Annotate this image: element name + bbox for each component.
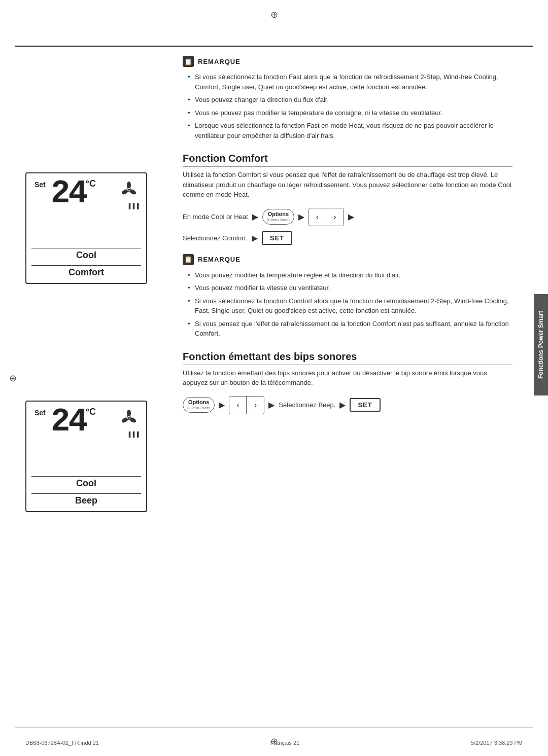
list-item: Lorsque vous sélectionnez la fonction Fa… [187, 121, 512, 140]
arrow-right-icon-3: ▶ [348, 212, 354, 222]
instruction-comfort-row-1: En mode Cool or Heat ▶ Options (Clean 3s… [183, 208, 512, 226]
note-title-2: REMARQUE [198, 256, 241, 263]
note-header-1: 📋 REMARQUE [183, 56, 512, 67]
device-beep-set-label: Set [35, 409, 46, 417]
instruction-beep-text: Sélectionnez Beep. [279, 401, 335, 409]
device-comfort-separator2 [31, 265, 141, 266]
list-item: Vous pouvez changer la direction du flux… [187, 95, 512, 105]
main-content: Set 24 °C [25, 56, 523, 726]
section-beep-heading: Fonction émettant des bips sonores [183, 351, 512, 365]
section-comfort-heading: Fonction Comfort [183, 153, 512, 167]
section-comfort: Fonction Comfort Utilisez la fonction Co… [183, 153, 512, 245]
instruction-comfort-text-2: Sélectionnez Comfort. [183, 234, 248, 242]
nav-left-button-beep[interactable]: ‹ [229, 397, 247, 414]
footer-right: 5/2/2017 3:38:29 PM [471, 740, 523, 746]
instruction-comfort-row-2: Sélectionnez Comfort. ▶ SET [183, 231, 512, 245]
side-tab-label: Fonctions Power Smart [537, 311, 544, 379]
device-comfort-box: Set 24 °C [25, 172, 147, 284]
device-beep-temp-number: 24 [51, 406, 86, 438]
list-item: Si vous pensez que l'effet de rafraîchis… [187, 319, 512, 339]
device-beep-function-label: Beep [26, 495, 146, 506]
device-beep-separator2 [31, 493, 141, 494]
arrow-right-icon-beep-2: ▶ [268, 400, 275, 410]
instruction-beep-row: Options (Clean 3sec) ▶ ‹ › ▶ Sélectionne… [183, 396, 512, 414]
section-comfort-intro: Utilisez la fonction Comfort si vous pen… [183, 170, 512, 200]
nav-left-button-comfort[interactable]: ‹ [309, 208, 326, 226]
list-item: Vous pouvez modifier la température régl… [187, 270, 512, 280]
options-button-beep[interactable]: Options (Clean 3sec) [183, 397, 215, 413]
svg-point-11 [128, 417, 130, 419]
device-beep-separator [31, 476, 141, 477]
device-beep-fan-icon [120, 409, 138, 430]
set-button-beep[interactable]: SET [350, 398, 380, 412]
device-comfort-separator [31, 248, 141, 249]
instruction-comfort-text-1: En mode Cool or Heat [183, 213, 248, 221]
arrow-right-icon-beep-3: ▶ [339, 400, 346, 410]
device-comfort-function-label: Comfort [26, 267, 146, 278]
nav-button-group-beep: ‹ › [229, 396, 264, 414]
device-comfort-mode-label: Cool [26, 250, 146, 261]
svg-point-5 [128, 189, 130, 191]
nav-button-group-comfort: ‹ › [309, 208, 344, 226]
page: ⊕ ⊕ Fonctions Power Smart Set 24 °C [0, 0, 548, 756]
arrow-right-icon-beep-1: ▶ [219, 400, 225, 410]
device-comfort-fan-icon [120, 181, 138, 202]
device-beep-temp-unit: °C [86, 407, 96, 417]
note-block-1: 📋 REMARQUE Si vous sélectionnez la fonct… [183, 56, 512, 140]
left-column: Set 24 °C [25, 56, 167, 726]
reg-mark-bottom: ⊕ [270, 736, 278, 747]
device-beep-mode-label: Cool [26, 478, 146, 489]
section-beep: Fonction émettant des bips sonores Utili… [183, 351, 512, 414]
list-item: Vous ne pouvez pas modifier la températu… [187, 108, 512, 118]
device-beep-bar-icon: ▌▌▌ [129, 430, 141, 438]
reg-mark-left: ⊕ [9, 373, 17, 384]
set-button-comfort[interactable]: SET [262, 231, 292, 245]
device-comfort-temp-number: 24 [51, 177, 86, 210]
note-list-2: Vous pouvez modifier la température régl… [183, 270, 512, 339]
right-column: 📋 REMARQUE Si vous sélectionnez la fonct… [167, 56, 523, 726]
options-button-comfort[interactable]: Options (Clean 3sec) [262, 209, 294, 225]
side-tab: Fonctions Power Smart [534, 294, 548, 395]
note-list-1: Si vous sélectionnez la fonction Fast al… [183, 72, 512, 140]
note-icon-1: 📋 [183, 56, 194, 67]
device-beep-box: Set 24 °C [25, 401, 147, 512]
top-rule [15, 46, 533, 47]
note-icon-2: 📋 [183, 254, 194, 265]
svg-point-1 [127, 182, 131, 189]
list-item: Si vous sélectionnez la fonction Fast al… [187, 72, 512, 92]
device-comfort-bar-icon: ▌▌▌ [129, 202, 141, 209]
arrow-right-icon-1: ▶ [252, 212, 258, 222]
device-comfort-set-label: Set [35, 181, 46, 189]
device-comfort-temp-unit: °C [86, 178, 96, 189]
note-title-1: REMARQUE [198, 58, 241, 65]
list-item: Vous pouvez modifier la vitesse du venti… [187, 283, 512, 293]
arrow-right-icon-2: ▶ [298, 212, 304, 222]
nav-right-button-beep[interactable]: › [247, 397, 264, 414]
list-item: Si vous sélectionnez la fonction Comfort… [187, 296, 512, 316]
footer-left: DB68-06728A-02_FR.indd 21 [25, 740, 99, 746]
section-beep-intro: Utilisez la fonction émettant des bips s… [183, 368, 512, 388]
bottom-rule [15, 728, 533, 729]
note-block-2: 📋 REMARQUE Vous pouvez modifier la tempé… [183, 254, 512, 339]
arrow-right-icon-4: ▶ [252, 233, 258, 243]
note-header-2: 📋 REMARQUE [183, 254, 512, 265]
nav-right-button-comfort[interactable]: › [326, 208, 344, 226]
svg-point-7 [127, 410, 131, 417]
reg-mark-top: ⊕ [270, 9, 278, 20]
